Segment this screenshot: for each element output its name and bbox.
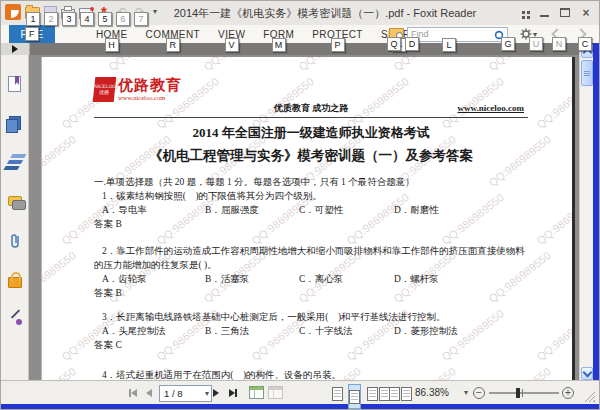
close-icon: × (582, 7, 589, 19)
pages-icon (9, 116, 21, 130)
undo-button[interactable]: ↶ 6 (113, 3, 131, 21)
zoom-slider-handle[interactable] (516, 388, 520, 398)
page-number-input[interactable]: 1 / 8 ▾ (159, 385, 212, 402)
continuous-facing-mode-button[interactable] (388, 381, 413, 406)
question-3-stem: 3．长距离输电线路铁塔基础中心桩测定后，一般采用( )和平行基线法进行控制。 (94, 310, 528, 324)
question-3-answer: 答案 C (94, 338, 528, 352)
previous-page-button[interactable] (146, 381, 152, 404)
zoom-slider-track[interactable] (489, 392, 559, 394)
key-hint-email: 4 (80, 12, 94, 26)
key-hint-find-scope: Q (387, 37, 401, 51)
zoom-slider-tick (522, 389, 523, 397)
key-hint-highlight: 5 (98, 12, 112, 26)
save-button[interactable]: 2 (41, 3, 59, 21)
sidebar-item-comments[interactable] (6, 192, 24, 210)
vertical-scrollbar[interactable] (579, 45, 593, 380)
facing-page-icon (367, 387, 378, 401)
sidebar-item-bookmarks[interactable] (6, 75, 24, 93)
zoom-dropdown-icon[interactable]: ▾ (464, 381, 468, 404)
scroll-down-button[interactable] (581, 367, 593, 380)
key-hint-save: 2 (44, 12, 58, 26)
key-hint-gear: G (501, 37, 515, 51)
single-page-mode-button[interactable] (331, 381, 344, 406)
resize-grip[interactable] (584, 391, 595, 402)
zoom-in-button[interactable]: + (562, 381, 574, 404)
navigation-sidebar (1, 55, 29, 380)
tab-comment[interactable]: COMMENTR (137, 25, 209, 43)
go-forward-view-button[interactable] (268, 381, 283, 404)
question-3-options: A．头尾控制法 B．三角法 C．十字线法 D．菱形控制法 (94, 324, 528, 338)
ribbon-tab-bar: FILE F HOMEH COMMENTR VIEWV FORMM PROTEC… (1, 25, 599, 43)
zoom-out-button[interactable]: − (473, 381, 485, 404)
first-page-button[interactable] (129, 381, 137, 404)
doc-title-line2: 《机电工程管理与实务》模考密训题（一）及参考答案 (94, 149, 528, 163)
titlebar: 1 2 3 4 * 5 ↶ 6 ↷ (1, 1, 599, 25)
foxit-reader-window: 1 2 3 4 * 5 ↶ 6 ↷ (0, 0, 600, 410)
key-hint-form: M (272, 38, 286, 52)
sidebar-item-security[interactable] (6, 270, 24, 288)
sidebar-item-layers[interactable] (6, 153, 24, 171)
question-2-stem: 2．靠工作部件的运动造成工作容积周期性地增大和缩小而吸排物料和靠工作部件的挤压面… (94, 244, 528, 272)
tile-windows-button[interactable] (514, 6, 532, 19)
section-heading: 一.单项选择题（共 20 题，每题 1 分。每题各选项中，只有 1 个最符合题意… (94, 175, 528, 189)
email-button[interactable]: 4 (77, 3, 95, 21)
key-hint-help: L (442, 38, 456, 52)
key-hint-comment: R (166, 38, 180, 52)
scrollbar-thumb[interactable] (581, 60, 593, 86)
page-number-value: 1 / 8 (164, 388, 183, 399)
scroll-down-icon (582, 368, 592, 378)
bookmark-icon (8, 76, 21, 92)
tab-form[interactable]: FORMM (254, 25, 303, 43)
restore-button[interactable] (556, 6, 574, 19)
minus-icon: − (473, 387, 485, 399)
document-header: NICELOO 优路 优路教育 www.niceloo.com 优质教育 成功之… (94, 77, 528, 118)
print-button[interactable]: 3 (59, 3, 77, 21)
document-area: QQ:986989550QQ:986989550QQ:986989550QQ:9… (1, 55, 600, 380)
find-group: ▾ ♡ Q D G U N C (389, 25, 600, 43)
question-1-options: A．导电率 B．屈服强度 C．可塑性 D．耐磨性 (94, 203, 528, 217)
pdf-page: QQ:986989550QQ:986989550QQ:986989550QQ:9… (41, 57, 575, 380)
key-hint-print: 3 (62, 12, 76, 26)
sidebar-item-pages[interactable] (6, 114, 24, 132)
page-viewport[interactable]: QQ:986989550QQ:986989550QQ:986989550QQ:9… (29, 55, 579, 380)
last-page-button[interactable] (229, 381, 237, 404)
highlight-button[interactable]: * 5 (95, 3, 113, 21)
next-page-button[interactable] (213, 381, 219, 404)
key-hint-view: V (225, 38, 239, 52)
lock-icon (8, 277, 22, 288)
plus-icon: + (562, 387, 574, 399)
single-page-icon (332, 387, 343, 401)
tab-view[interactable]: VIEWV (209, 25, 254, 43)
key-hint-find-input: D (405, 37, 419, 51)
sidebar-item-attachments[interactable] (6, 231, 24, 249)
statusbar: 1 / 8 ▾ 86.38% ▾ − + (1, 380, 600, 404)
tab-home[interactable]: HOMEH (87, 25, 137, 43)
key-hint-redo: 7 (134, 12, 148, 26)
qat-dropdown-icon[interactable]: ▾ (153, 7, 157, 16)
minimize-button[interactable] (535, 6, 553, 19)
tab-file[interactable]: FILE F (9, 25, 55, 43)
sidebar-item-signatures[interactable] (6, 309, 24, 327)
zoom-level-value[interactable]: 86.38% (415, 381, 449, 404)
open-button[interactable]: 1 (23, 3, 41, 21)
paperclip-icon (9, 233, 21, 248)
nav-panel-expand-button[interactable] (1, 43, 30, 55)
redo-button[interactable]: ↷ 7 (131, 3, 149, 21)
go-back-view-button[interactable] (249, 381, 264, 404)
header-site-link: www.niceloo.com (458, 101, 525, 115)
expand-arrow-icon (12, 45, 18, 53)
question-2-options: A．齿轮泵 B．活塞泵 C．离心泵 D．螺杆泵 (94, 272, 528, 286)
key-hint-favorite: C (578, 37, 592, 51)
comments-icon (8, 196, 22, 206)
brand-logo: NICELOO 优路 优路教育 www.niceloo.com (94, 77, 182, 102)
next-view-icon (268, 386, 283, 399)
window-title: 2014年一建《机电实务》模考密训题（一）.pdf - Foxit Reader (171, 6, 479, 21)
tab-protect[interactable]: PROTECTP (303, 25, 372, 43)
foxit-logo-icon[interactable] (5, 4, 21, 20)
window-edge-bottom (1, 404, 600, 410)
close-button[interactable]: × (577, 6, 595, 19)
restore-icon (560, 8, 570, 17)
find-input[interactable] (407, 27, 508, 42)
brand-name: 优路教育 (118, 77, 182, 94)
continuous-mode-button[interactable] (348, 384, 361, 409)
